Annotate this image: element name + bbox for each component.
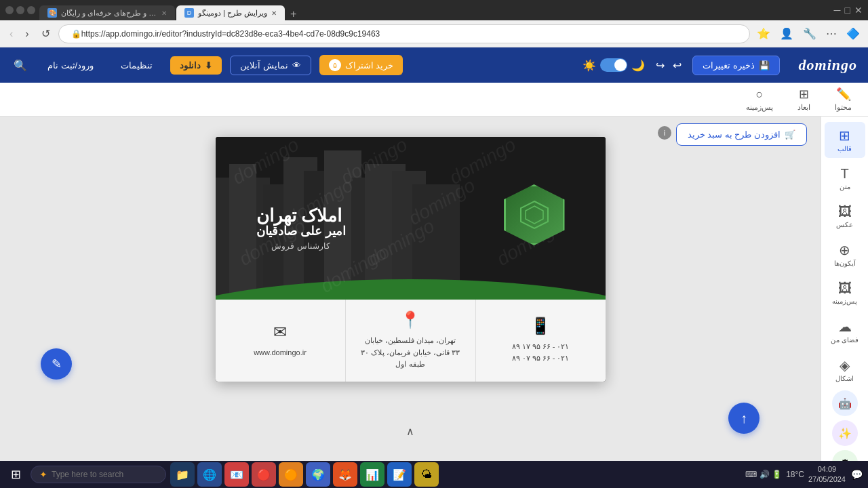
right-sidebar: ⊞ قالب T متن 🖼 عکس ⊕ آیکون‌ها 🖼 پس‌زمینه… <box>821 117 868 468</box>
restore-button[interactable]: □ <box>845 5 850 16</box>
browser-tab-2[interactable]: D ویرایش طرح | دومینگو ✕ <box>176 5 285 20</box>
more-icon[interactable]: ⋯ <box>823 24 840 43</box>
minimize-icon[interactable] <box>5 6 14 14</box>
address-text: https://app.domingo.ir/editor?industryId… <box>81 29 380 39</box>
extensions-icon[interactable]: 🔧 <box>800 24 819 43</box>
add-to-cart-button[interactable]: 🛒 افزودن طرح به سبد خرید <box>676 123 807 146</box>
taskbar-app-weather[interactable]: 🌤 <box>414 462 439 487</box>
subscribe-button[interactable]: خرید اشتراک ۵ <box>319 55 403 75</box>
close-icon[interactable] <box>27 6 35 14</box>
text-icon: T <box>840 166 848 182</box>
sidebar-item-text[interactable]: T متن <box>825 161 865 196</box>
favorites-icon[interactable]: ⭐ <box>754 24 773 43</box>
sidebar-item-icons[interactable]: ⊕ آیکون‌ها <box>825 237 865 272</box>
login-button[interactable]: ورود/ثبت نام <box>38 56 103 75</box>
theme-toggle[interactable]: 🌙 ☀️ <box>583 58 645 72</box>
taskbar-apps: 📁 🌐 📧 🔴 🟠 🌍 🦊 📊 📝 🌤 <box>170 462 439 487</box>
sun-icon: ☀️ <box>583 59 596 72</box>
taskbar-app-pomodoro[interactable]: 🔴 <box>252 462 276 487</box>
icons-icon: ⊕ <box>839 242 850 258</box>
space-label: فضای من <box>831 336 859 344</box>
profile-icon[interactable]: 👤 <box>777 24 796 43</box>
notification-button[interactable]: 💬 <box>851 469 863 480</box>
start-button[interactable]: ⊞ <box>5 464 26 485</box>
info-button[interactable]: i <box>658 126 671 140</box>
svg-marker-14 <box>526 206 543 224</box>
taskbar-app-edge[interactable]: 🌐 <box>197 462 222 487</box>
toolbar-background[interactable]: ○ پس‌زمینه <box>741 85 778 115</box>
browser-tab-1[interactable]: 🎨 قالب‌ها و طرح‌های حرفه‌ای و رایگان ✕ <box>39 5 175 20</box>
address-text: تهران، میدان فلسطین، خیابان ۳۳ قانی، خیا… <box>361 335 459 371</box>
ai-image-button[interactable]: ✨ <box>832 420 858 446</box>
system-icons: ⌨ 🔊 🔋 18°C <box>745 470 804 479</box>
toggle-switch[interactable] <box>600 58 627 72</box>
sidebar-item-photo[interactable]: 🖼 عکس <box>825 199 865 234</box>
background-label: پس‌زمینه <box>746 103 773 112</box>
download-icon: ⬇ <box>205 60 212 70</box>
taskbar-app-excel[interactable]: 📊 <box>360 462 384 487</box>
taskbar-app-red[interactable]: 📧 <box>224 462 249 487</box>
toolbar-content[interactable]: ✏️ محتوا <box>829 84 857 115</box>
website-text: www.domingo.ir <box>254 347 307 359</box>
moon-icon: 🌙 <box>631 59 645 72</box>
redo-button[interactable]: ↪ <box>653 56 667 75</box>
undo-button[interactable]: ↩ <box>670 56 684 75</box>
template-icon: ⊞ <box>839 127 850 144</box>
background-icon: ○ <box>756 87 764 102</box>
canvas-area: 🛒 افزودن طرح به سبد خرید i <box>0 117 821 468</box>
icons-label: آیکون‌ها <box>834 260 856 267</box>
taskbar-clock: 04:09 27/05/2024 <box>808 464 846 485</box>
taskbar-app-files[interactable]: 📁 <box>170 462 195 487</box>
ai-assistant-button[interactable]: 🤖 <box>832 390 858 416</box>
space-icon: ☁ <box>838 319 852 335</box>
nav-forward-button[interactable]: › <box>21 25 33 43</box>
maximize-icon[interactable] <box>16 6 24 14</box>
download-label: دانلود <box>180 60 201 70</box>
search-input[interactable] <box>52 470 146 479</box>
new-tab-button[interactable]: + <box>286 8 300 20</box>
photo-label: عکس <box>836 221 853 228</box>
window-action-buttons: ─ □ ✕ <box>834 5 863 16</box>
cart-icon: 🛒 <box>785 129 795 140</box>
save-button[interactable]: 💾 ذخیره تغییرات <box>692 56 780 75</box>
shapes-label: اشکال <box>835 375 854 382</box>
scroll-up-button[interactable]: ↑ <box>728 403 760 434</box>
edit-button[interactable]: ✎ <box>41 348 72 380</box>
taskbar-app-word[interactable]: 📝 <box>387 462 412 487</box>
page-up-button[interactable]: ∧ <box>406 425 414 438</box>
search-sparkle-icon: ✦ <box>39 469 47 480</box>
app: domingo 💾 ذخیره تغییرات ↩ ↪ 🌙 ☀️ خرید اش… <box>0 47 868 488</box>
sidebar-item-background[interactable]: 🖼 پس‌زمینه <box>825 275 865 310</box>
toolbar-dimensions[interactable]: ⊞ ابعاد <box>792 84 816 115</box>
close-button[interactable]: ✕ <box>854 5 863 16</box>
sidebar-item-template[interactable]: ⊞ قالب <box>825 122 865 158</box>
browser-tabs: 🎨 قالب‌ها و طرح‌های حرفه‌ای و رایگان ✕ D… <box>39 0 830 20</box>
taskbar-app-orange[interactable]: 🟠 <box>279 462 303 487</box>
nav-refresh-button[interactable]: ↺ <box>37 24 54 43</box>
photo-icon: 🖼 <box>838 204 852 220</box>
hex-shape <box>504 184 565 245</box>
taskbar-app-firefox[interactable]: 🦊 <box>333 462 357 487</box>
subscribe-badge: ۵ <box>329 59 341 71</box>
download-button[interactable]: ⬇ دانلود <box>170 56 222 75</box>
address-bar[interactable]: 🔒 https://app.domingo.ir/editor?industry… <box>58 24 750 43</box>
edge-icon[interactable]: 🔷 <box>844 24 863 43</box>
settings-label: تنظیمات <box>121 60 153 70</box>
search-header-icon[interactable]: 🔍 <box>11 56 30 75</box>
taskbar-search[interactable]: ✦ <box>31 466 166 483</box>
sidebar-item-shapes[interactable]: ◈ اشکال <box>825 352 865 388</box>
arrow-up-icon: ↑ <box>741 411 747 426</box>
address-line3: طبقه اول <box>395 360 425 368</box>
phone-section: 📱 ۰۲۱ - ۶۶ ۹۵ ۱۷ ۸۹ ۰۲۱ - ۶۶ ۹۵ ۰۷ ۸۹ <box>476 300 606 382</box>
tab-close-1[interactable]: ✕ <box>161 9 167 17</box>
location-icon: 📍 <box>400 310 420 329</box>
taskbar-app-chrome[interactable]: 🌍 <box>306 462 330 487</box>
sidebar-item-space[interactable]: ☁ فضای من <box>825 313 865 349</box>
eye-icon: 👁 <box>292 60 301 70</box>
settings-button[interactable]: تنظیمات <box>111 56 162 75</box>
nav-back-button[interactable]: ‹ <box>5 25 17 43</box>
login-label: ورود/ثبت نام <box>47 60 94 70</box>
minimize-button[interactable]: ─ <box>834 5 841 16</box>
preview-button[interactable]: 👁 نمایش آنلاین <box>230 56 311 75</box>
tab-close-2[interactable]: ✕ <box>271 9 277 17</box>
